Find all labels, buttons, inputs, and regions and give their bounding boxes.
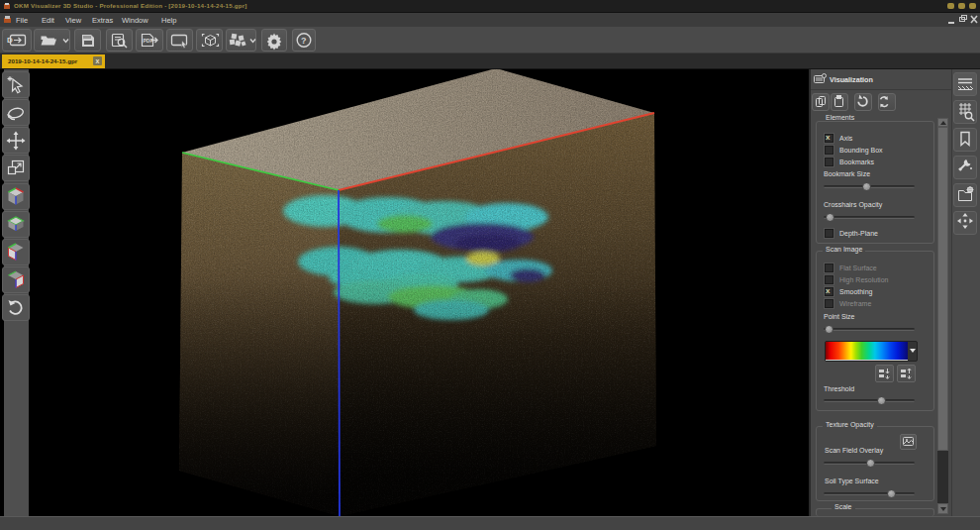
svg-text:D: D [7, 36, 13, 45]
svg-text:?: ? [301, 36, 307, 46]
